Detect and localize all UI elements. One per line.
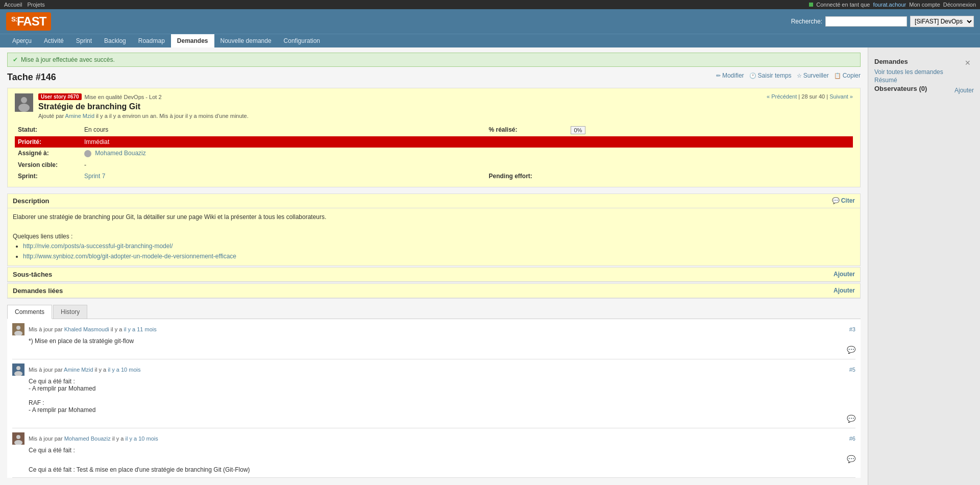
sous-taches-title: Sous-tâches — [13, 271, 52, 278]
top-bar-left: Accueil Projets — [4, 2, 45, 8]
comment-3-quote-icon[interactable]: 💬 — [847, 346, 855, 354]
comment-3-time-link[interactable]: il y a 11 mois — [124, 326, 157, 332]
logout-link[interactable]: Déconnexion — [943, 2, 976, 8]
story-badge[interactable]: User story #670 — [38, 93, 82, 100]
nav-configuration[interactable]: Configuration — [278, 34, 326, 47]
top-bar: Accueil Projets Connecté en tant que fou… — [0, 0, 980, 9]
comment-6-author-link[interactable]: Mohamed Bouaziz — [64, 435, 111, 442]
projets-link[interactable]: Projets — [27, 2, 44, 8]
percent-label: % réalisé: — [486, 124, 568, 136]
comment-3-author-row: Mis à jour par Khaled Masmoudi il y a il… — [12, 323, 157, 335]
sous-taches-header: Sous-tâches Ajouter — [8, 268, 860, 282]
svg-point-1 — [21, 97, 27, 103]
tabs-area: Comments History Mis à jour par Khaled M… — [7, 305, 861, 478]
comment-5-time-link[interactable]: il y a 10 mois — [108, 367, 140, 373]
account-link[interactable]: Mon compte — [909, 2, 940, 8]
prev-issue-link[interactable]: « Précédent — [767, 93, 797, 100]
comment-3-num: #3 — [849, 326, 855, 332]
cite-link[interactable]: 💬 Citer — [832, 197, 855, 204]
tab-comments[interactable]: Comments — [7, 305, 52, 319]
copier-link[interactable]: 📋 Copier — [834, 72, 861, 79]
comment-6-num: #6 — [849, 435, 855, 442]
version-row: Version cible: - — [15, 159, 853, 171]
nav-roadmap[interactable]: Roadmap — [132, 34, 171, 47]
saisir-temps-link[interactable]: 🕐 Saisir temps — [749, 72, 792, 79]
accueil-link[interactable]: Accueil — [4, 2, 22, 8]
demandes-liees-add-link[interactable]: Ajouter — [834, 287, 855, 294]
resume-link[interactable]: Résumé — [874, 77, 974, 84]
issue-detail-box: User story #670 Mise en qualité DevOps -… — [7, 88, 861, 187]
desc-link-1[interactable]: http://nvie.com/posts/a-successful-git-b… — [23, 243, 173, 250]
sous-taches-add-link[interactable]: Ajouter — [834, 271, 855, 278]
comment-3-author-link[interactable]: Khaled Masmoudi — [64, 326, 109, 332]
nav-activite[interactable]: Activité — [38, 34, 70, 47]
comment-5-avatar — [12, 363, 24, 376]
header: S:FAST Recherche: [SiFAST] DevOps — [0, 9, 980, 34]
fields-table: Statut: En cours % réalisé: 0% Priorité:… — [15, 124, 853, 182]
nav-sprint[interactable]: Sprint — [70, 34, 98, 47]
add-observer-link[interactable]: Ajouter — [954, 87, 974, 94]
issue-title: Stratégie de branching Git — [38, 102, 762, 111]
username-link[interactable]: fourat.achour — [873, 2, 906, 8]
comment-6-actions: 💬 — [12, 454, 855, 464]
demandes-liees-header: Demandes liées Ajouter — [8, 284, 860, 298]
statut-label: Statut: — [15, 124, 81, 136]
comment-item: Mis à jour par Khaled Masmoudi il y a il… — [12, 319, 855, 359]
comment-3-header: Mis à jour par Khaled Masmoudi il y a il… — [12, 323, 855, 335]
comment-3-meta: Mis à jour par Khaled Masmoudi il y a il… — [29, 326, 157, 332]
comment-item: Mis à jour par Amine Mzid il y a il y a … — [12, 359, 855, 428]
assigne-label: Assigné à: — [15, 148, 81, 159]
priorite-row: Priorité: Immédiat — [15, 136, 853, 148]
comment-3-avatar — [12, 323, 24, 335]
tab-history[interactable]: History — [53, 305, 87, 319]
project-dropdown[interactable]: [SiFAST] DevOps — [910, 16, 974, 27]
assignee-avatar-small — [84, 150, 91, 157]
sprint-link[interactable]: Sprint 7 — [84, 173, 105, 180]
comment-6-quote-icon[interactable]: 💬 — [847, 455, 855, 463]
nav-nouvelle-demande[interactable]: Nouvelle demande — [214, 34, 278, 47]
nav-backlog[interactable]: Backlog — [98, 34, 132, 47]
assignee-link[interactable]: Mohamed Bouaziz — [95, 150, 145, 157]
comment-5-author-link[interactable]: Amine Mzid — [64, 367, 93, 373]
checkmark-icon: ✔ — [13, 56, 18, 63]
desc-link-2[interactable]: http://www.synbioz.com/blog/git-adopter-… — [23, 253, 236, 260]
main-layout: ✔ Mise à jour effectuée avec succès. Tac… — [0, 47, 980, 485]
priorite-label: Priorité: — [15, 136, 81, 148]
comment-item: Mis à jour par Mohamed Bouaziz il y a il… — [12, 428, 855, 478]
connection-indicator — [809, 3, 813, 7]
nav-apercu[interactable]: Aperçu — [6, 34, 38, 47]
next-issue-link[interactable]: Suivant » — [829, 93, 853, 100]
comment-5-actions: 💬 — [12, 414, 855, 424]
priorite-value: Immédiat — [81, 136, 853, 148]
issue-top: User story #670 Mise en qualité DevOps -… — [15, 93, 853, 119]
comment-6-header: Mis à jour par Mohamed Bouaziz il y a il… — [12, 432, 855, 445]
statut-row: Statut: En cours % réalisé: 0% — [15, 124, 853, 136]
surveiller-link[interactable]: ☆ Surveiller — [797, 72, 829, 79]
comment-6-avatar — [12, 432, 24, 445]
avatar — [15, 93, 33, 112]
main-nav: Aperçu Activité Sprint Backlog Roadmap D… — [0, 34, 980, 47]
issue-badges: User story #670 Mise en qualité DevOps -… — [38, 93, 762, 100]
sidebar-close-btn[interactable]: ✕ — [965, 59, 971, 67]
sidebar-demands-title: Demandes — [874, 58, 974, 65]
version-label: Version cible: — [15, 159, 81, 171]
description-links-label: Quelques liens utiles : — [13, 232, 855, 241]
sprint-label: Sprint: — [15, 171, 81, 182]
page-title: Tache #146 — [7, 72, 56, 83]
svg-point-4 — [16, 326, 20, 330]
svg-point-10 — [16, 435, 20, 439]
comment-5-header: Mis à jour par Amine Mzid il y a il y a … — [12, 363, 855, 376]
description-title: Description — [13, 197, 50, 205]
modifier-link[interactable]: ✏ Modifier — [716, 72, 744, 79]
comment-3-text: *) Mise en place de la stratégie git-flo… — [29, 337, 855, 345]
search-label: Recherche: — [791, 18, 822, 25]
sidebar-inner: ✕ Demandes Voir toutes les demandes Résu… — [874, 58, 974, 95]
comment-5-quote-icon[interactable]: 💬 — [847, 415, 855, 423]
nav-demandes[interactable]: Demandes — [171, 34, 214, 47]
comment-6-time-link[interactable]: il y a 10 mois — [126, 435, 158, 442]
svg-point-2 — [18, 104, 30, 112]
voir-toutes-link[interactable]: Voir toutes les demandes — [874, 68, 974, 76]
added-by-link[interactable]: Amine Mzid — [65, 113, 94, 119]
search-input[interactable] — [825, 16, 907, 27]
demandes-liees-section: Demandes liées Ajouter — [7, 283, 861, 299]
